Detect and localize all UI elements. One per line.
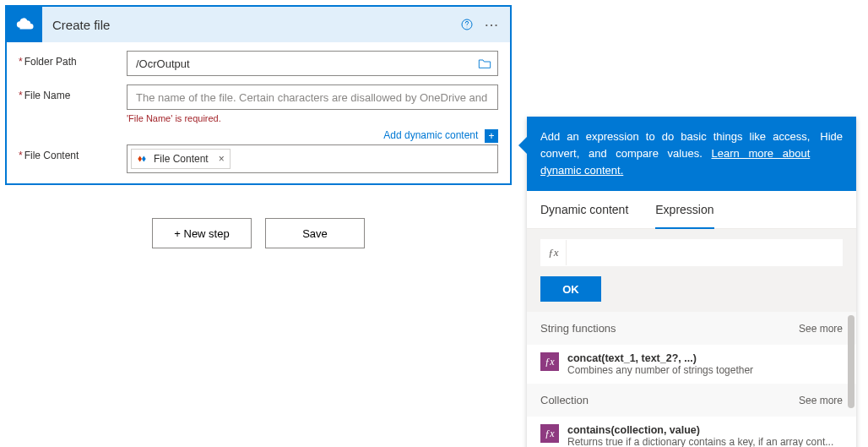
row-file-content: *File Content File Content × <box>19 144 498 173</box>
help-icon[interactable] <box>454 8 480 41</box>
footer: + New step Save <box>5 218 512 248</box>
add-dynamic-row: Add dynamic content + <box>127 128 498 143</box>
save-button[interactable]: Save <box>265 218 365 248</box>
expression-input-wrap: ƒx <box>540 239 843 266</box>
func-signature: concat(text_1, text_2?, ...) <box>567 352 843 364</box>
create-file-card: Create file ··· *Folder Path *File Name <box>5 5 512 185</box>
panel-header: Add an expression to do basic things lik… <box>527 117 856 191</box>
api-key-icon <box>132 150 152 168</box>
ok-button[interactable]: OK <box>540 276 601 302</box>
card-title: Create file <box>52 18 454 32</box>
func-item-concat[interactable]: ƒx concat(text_1, text_2?, ...) Combines… <box>527 345 856 384</box>
file-name-error: 'File Name' is required. <box>127 113 498 123</box>
tab-expression[interactable]: Expression <box>655 191 713 228</box>
file-name-input-wrap <box>127 84 498 110</box>
scrollbar[interactable] <box>848 315 854 408</box>
token-file-content: File Content × <box>131 149 231 169</box>
section-string-functions: String functions See more <box>527 312 856 345</box>
onedrive-icon <box>7 7 42 42</box>
folder-path-input-wrap <box>127 51 498 76</box>
function-list: String functions See more ƒx concat(text… <box>527 312 856 447</box>
file-content-input[interactable]: File Content × <box>127 144 498 173</box>
row-folder-path: *Folder Path <box>19 51 498 76</box>
expression-panel: Add an expression to do basic things lik… <box>527 117 856 447</box>
func-item-contains[interactable]: ƒx contains(collection, value) Returns t… <box>527 417 856 447</box>
see-more-link[interactable]: See more <box>799 395 843 406</box>
token-label: File Content <box>152 153 214 165</box>
fx-badge-icon: ƒx <box>540 424 559 443</box>
panel-arrow-icon <box>518 137 527 154</box>
expression-input[interactable] <box>567 240 842 265</box>
folder-picker-icon[interactable] <box>472 52 497 75</box>
card-header: Create file ··· <box>7 7 510 42</box>
expression-input-row: ƒx <box>527 229 856 276</box>
hide-link[interactable]: Hide <box>820 128 843 179</box>
label-folder-path: *Folder Path <box>19 51 127 68</box>
panel-tabs: Dynamic content Expression <box>527 191 856 229</box>
label-file-name: *File Name <box>19 84 127 101</box>
func-signature: contains(collection, value) <box>567 424 843 436</box>
section-collection: Collection See more <box>527 384 856 417</box>
func-description: Returns true if a dictionary contains a … <box>567 436 843 447</box>
ok-row: OK <box>527 276 856 312</box>
add-dynamic-content-link[interactable]: Add dynamic content <box>383 129 478 141</box>
card-body: *Folder Path *File Name 'File Name' is r… <box>7 42 510 183</box>
add-dynamic-plus-icon[interactable]: + <box>485 129 498 143</box>
see-more-link[interactable]: See more <box>799 323 843 335</box>
expression-panel-wrap: Add an expression to do basic things lik… <box>527 117 856 447</box>
section-title: Collection <box>540 394 589 406</box>
new-step-button[interactable]: + New step <box>152 218 252 248</box>
row-file-name: *File Name 'File Name' is required. Add … <box>19 84 498 143</box>
token-remove-icon[interactable]: × <box>214 153 230 165</box>
svg-point-1 <box>467 27 468 28</box>
func-description: Combines any number of strings together <box>567 364 843 376</box>
tab-dynamic-content[interactable]: Dynamic content <box>540 191 628 228</box>
panel-intro: Add an expression to do basic things lik… <box>540 128 810 179</box>
fx-icon: ƒx <box>541 240 567 265</box>
more-icon[interactable]: ··· <box>480 8 505 41</box>
section-title: String functions <box>540 322 616 335</box>
fx-badge-icon: ƒx <box>540 352 559 371</box>
label-file-content: *File Content <box>19 144 127 161</box>
folder-path-input[interactable] <box>127 57 472 70</box>
file-name-input[interactable] <box>127 91 497 104</box>
